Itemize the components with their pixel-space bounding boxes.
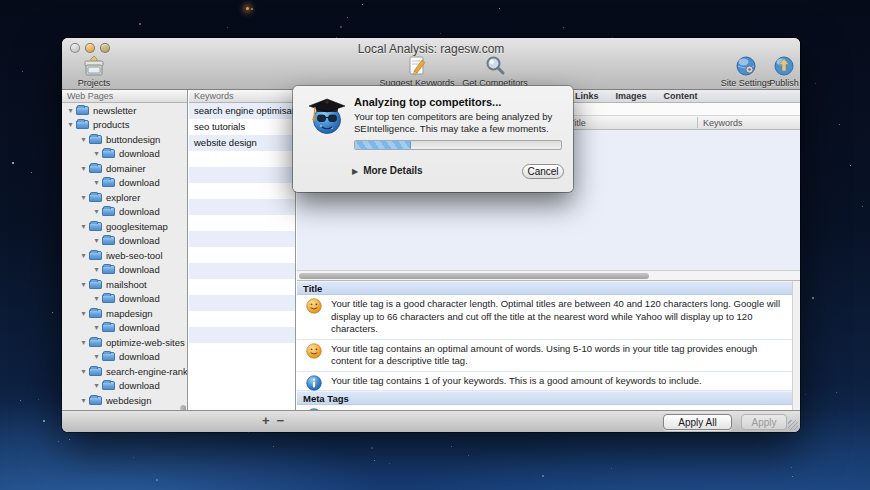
keyword-row-empty[interactable] [189,199,295,215]
keyword-row-empty[interactable] [189,215,295,231]
horizontal-scrollbar[interactable] [297,270,800,281]
disclosure-triangle-icon[interactable]: ▾ [79,251,88,260]
disclosure-triangle-icon[interactable]: ▾ [92,294,101,303]
disclosure-triangle-icon[interactable]: ▾ [79,396,88,405]
tree-item-newsletter[interactable]: ▾newsletter [62,103,187,118]
analysis-row: Your title tag is a good character lengt… [297,295,800,340]
horizontal-scrollbar-thumb[interactable] [299,273,649,279]
tree-item-download[interactable]: ▾download [62,379,187,394]
disclosure-triangle-icon[interactable]: ▾ [92,265,101,274]
star [792,476,793,477]
disclosure-triangle-icon[interactable]: ▾ [79,338,88,347]
disclosure-triangle-icon[interactable]: ▾ [79,367,88,376]
column-keywords[interactable]: Keywords [703,118,743,128]
cancel-button[interactable]: Cancel [522,164,564,179]
disclosure-triangle-icon[interactable]: ▾ [79,193,88,202]
tree-item-label: buttondesign [106,134,160,145]
keyword-row-empty[interactable] [189,343,295,359]
keyword-row[interactable]: website design [189,135,295,151]
tree-item-download[interactable]: ▾download [62,321,187,336]
disclosure-triangle-icon[interactable]: ▾ [66,120,75,129]
more-details-disclosure[interactable]: ▶More Details [352,165,423,176]
tree-item-download[interactable]: ▾download [62,234,187,249]
keyword-row-empty[interactable] [189,231,295,247]
disclosure-triangle-icon[interactable]: ▾ [92,149,101,158]
tree-item-googlesitemap[interactable]: ▾googlesitemap [62,219,187,234]
tree-item-label: download [119,293,160,304]
tree-item-download[interactable]: ▾download [62,350,187,365]
suggest-keywords-icon [406,54,428,77]
analysis-scrollbar[interactable] [792,281,800,410]
disclosure-triangle-icon[interactable]: ▾ [92,207,101,216]
disclosure-triangle-icon[interactable]: ▾ [79,164,88,173]
smiley-icon [306,343,322,363]
tree-item-download[interactable]: ▾download [62,263,187,278]
add-keyword-button[interactable]: + [262,413,270,428]
star [248,432,249,433]
tree-item-download[interactable]: ▾download [62,292,187,307]
column-divider[interactable] [697,117,698,128]
star [611,468,612,469]
window-chrome: Local Analysis: ragesw.com Projects Sugg… [62,38,800,90]
folder-icon [89,193,102,202]
star [836,392,837,393]
tree-item-webdesign[interactable]: ▾webdesign [62,393,187,408]
tree-item-optimize-web-sites[interactable]: ▾optimize-web-sites [62,335,187,350]
keyword-row[interactable]: search engine optimisation [189,103,295,119]
get-competitors-button[interactable]: Get Competitors [457,54,533,88]
footer-bar: + − Apply All Apply [62,410,800,432]
publish-button[interactable]: Publish [762,54,800,88]
disclosure-triangle-icon[interactable]: ▾ [92,352,101,361]
tab-links[interactable]: Links [575,91,599,101]
resize-grip[interactable] [788,420,798,430]
tab-images[interactable]: Images [616,91,647,101]
keyword-row-empty[interactable] [189,295,295,311]
star [58,441,59,442]
disclosure-triangle-icon[interactable]: ▾ [79,309,88,318]
tree-item-products[interactable]: ▾products [62,118,187,133]
star [52,312,53,313]
tree-item-mapdesign[interactable]: ▾mapdesign [62,306,187,321]
keyword-row[interactable]: seo tutorials [189,119,295,135]
disclosure-triangle-icon[interactable]: ▾ [66,106,75,115]
tree-item-label: products [93,119,129,130]
apply-all-button[interactable]: Apply All [663,414,732,430]
tree-item-buttondesign[interactable]: ▾buttondesign [62,132,187,147]
remove-keyword-button[interactable]: − [277,413,285,428]
tab-content[interactable]: Content [664,91,698,101]
keywords-panel: Keywords search engine optimisationseo t… [189,90,296,410]
disclosure-triangle-icon[interactable]: ▾ [92,178,101,187]
analysis-text: Your title tag contains 1 of your keywor… [331,375,702,386]
disclosure-triangle-icon[interactable]: ▾ [92,236,101,245]
tree-item-domainer[interactable]: ▾domainer [62,161,187,176]
disclosure-triangle-icon[interactable]: ▾ [79,222,88,231]
star [499,8,500,9]
smiley-icon [306,298,322,318]
star [371,447,373,449]
section-header-meta-tags: Meta Tags [297,391,800,405]
keyword-row-empty[interactable] [189,311,295,327]
keyword-row-empty[interactable] [189,263,295,279]
disclosure-triangle-icon[interactable]: ▾ [79,135,88,144]
suggest-keywords-button[interactable]: Suggest Keywords [377,54,457,88]
disclosure-triangle-icon[interactable]: ▾ [92,381,101,390]
disclosure-triangle-icon: ▶ [352,167,358,176]
tree-item-iweb-seo-tool[interactable]: ▾iweb-seo-tool [62,248,187,263]
star [815,83,816,84]
keyword-row-empty[interactable] [189,167,295,183]
keyword-row-empty[interactable] [189,151,295,167]
tree-item-download[interactable]: ▾download [62,205,187,220]
tree-item-search-engine-rank[interactable]: ▾search-engine-rank [62,364,187,379]
tree-item-download[interactable]: ▾download [62,176,187,191]
tree-item-mailshoot[interactable]: ▾mailshoot [62,277,187,292]
tree-item-download[interactable]: ▾download [62,147,187,162]
folder-icon [102,178,115,187]
disclosure-triangle-icon[interactable]: ▾ [79,280,88,289]
keyword-row-empty[interactable] [189,247,295,263]
tree-item-explorer[interactable]: ▾explorer [62,190,187,205]
keyword-row-empty[interactable] [189,327,295,343]
keyword-row-empty[interactable] [189,279,295,295]
disclosure-triangle-icon[interactable]: ▾ [92,323,101,332]
keyword-row-empty[interactable] [189,183,295,199]
projects-button[interactable]: Projects [68,54,120,88]
